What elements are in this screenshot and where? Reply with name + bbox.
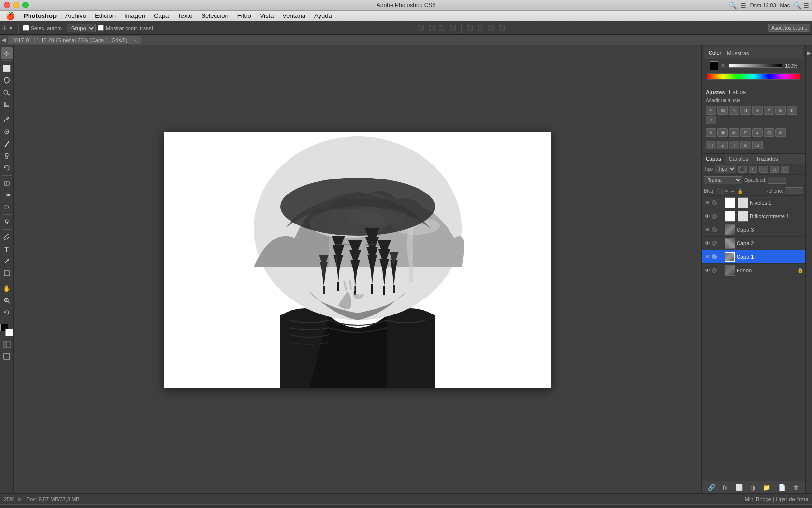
lock-all[interactable]: 🔒 xyxy=(737,188,743,194)
lasso-tool[interactable] xyxy=(1,75,13,86)
adj-colorbalance[interactable]: ⊞ xyxy=(775,106,786,115)
adj-vibrance[interactable]: ◈ xyxy=(752,106,763,115)
link-layers-btn[interactable]: 🔗 xyxy=(706,483,717,492)
spotlight-icon[interactable]: 🔍 xyxy=(729,2,737,9)
layer-fondo[interactable]: 👁 Fondo 🔒 xyxy=(702,264,805,277)
tab-back[interactable]: ◀ xyxy=(2,37,6,43)
layer-capa3[interactable]: 👁 Capa 3 xyxy=(702,223,805,237)
lock-position[interactable]: ✏ xyxy=(725,188,728,194)
history-brush-tool[interactable] xyxy=(1,162,13,174)
close-button[interactable] xyxy=(4,2,10,8)
gradient-tool[interactable] xyxy=(1,189,13,201)
distrib-btn-1[interactable]: ⬛ xyxy=(466,25,473,31)
spot-heal-tool[interactable] xyxy=(1,126,13,137)
minimize-button[interactable] xyxy=(13,2,19,8)
zoom-tool[interactable] xyxy=(1,295,13,306)
document-tab[interactable]: 2017-01-11 15.28.06.nef al 25% (Capa 1, … xyxy=(8,36,141,44)
text-tool[interactable]: T xyxy=(1,243,13,255)
canvas-frame[interactable] xyxy=(164,132,551,388)
adj-photofilter[interactable]: ⊙ xyxy=(706,116,716,124)
adj-posterize[interactable]: ⊟ xyxy=(740,128,751,137)
opacity-input[interactable]: 100% xyxy=(768,177,786,184)
layer-link-0[interactable] xyxy=(712,200,717,205)
zoom-expand[interactable]: ▶ xyxy=(18,496,22,502)
distrib-btn-2[interactable]: ⬛ xyxy=(477,25,484,31)
blur-tool[interactable] xyxy=(1,201,13,213)
eyedropper-tool[interactable] xyxy=(1,114,13,125)
adj-colorlookup[interactable]: ▣ xyxy=(717,128,728,137)
screen-mode-btn[interactable] xyxy=(1,351,13,362)
blend-mode-select[interactable]: Trama Normal Multiplicar Pantalla xyxy=(704,176,742,184)
new-group-btn[interactable]: 📁 xyxy=(761,483,772,492)
layer-link-1[interactable] xyxy=(712,214,717,219)
layer-vis-2[interactable]: 👁 xyxy=(704,226,710,233)
align-btn-3[interactable]: ⬛ xyxy=(439,25,446,31)
adj-bw[interactable]: ◧ xyxy=(787,106,798,115)
shape-tool[interactable] xyxy=(1,268,13,279)
color-swatch[interactable] xyxy=(710,61,718,70)
color-swatches[interactable] xyxy=(0,324,13,336)
adj-exposure[interactable]: ◑ xyxy=(740,106,751,115)
marquee-tool[interactable]: ⬜ xyxy=(1,62,13,74)
tipo-select[interactable]: Tipo xyxy=(715,165,736,173)
align-btn-4[interactable]: ⬛ xyxy=(450,25,456,31)
eraser-tool[interactable] xyxy=(1,177,13,189)
estilos-label[interactable]: Estilos xyxy=(729,89,746,96)
layer-vis-0[interactable]: 👁 xyxy=(704,199,710,206)
k-slider[interactable] xyxy=(729,64,782,68)
menu-ayuda[interactable]: Ayuda xyxy=(310,11,336,20)
add-mask-btn[interactable]: ⬜ xyxy=(733,483,745,492)
adj-extra5[interactable]: ⊡ xyxy=(752,141,763,149)
crop-tool[interactable] xyxy=(1,99,13,110)
menu-imagen[interactable]: Imagen xyxy=(120,11,149,20)
menu-capa[interactable]: Capa xyxy=(150,11,173,20)
hand-tool[interactable]: ✋ xyxy=(1,283,13,294)
move-tool[interactable]: ⊹ xyxy=(1,47,13,59)
adj-channelmixer[interactable]: ⊛ xyxy=(706,128,716,137)
filter-smart[interactable]: ⊞ xyxy=(781,166,789,173)
add-style-btn[interactable]: fx xyxy=(721,483,729,492)
menu-edicion[interactable]: Edición xyxy=(91,11,119,20)
filter-pixel[interactable]: ⬛ xyxy=(738,166,747,173)
layer-link-5[interactable] xyxy=(712,268,717,273)
adj-extra2[interactable]: ◭ xyxy=(717,141,728,149)
layer-vis-4[interactable]: 👁 xyxy=(704,254,710,260)
adj-invert[interactable]: ◐ xyxy=(729,128,740,137)
adj-gradientmap[interactable]: ▨ xyxy=(764,128,774,137)
layer-capa2[interactable]: 👁 Capa 2 xyxy=(702,237,805,250)
maximize-button[interactable] xyxy=(22,2,29,8)
menu-photoshop[interactable]: Photoshop xyxy=(20,11,60,20)
mostrar-checkbox[interactable] xyxy=(98,25,104,31)
lock-move[interactable]: ↔ xyxy=(730,188,735,194)
rotate-view-tool[interactable] xyxy=(1,307,13,318)
new-adjustment-btn[interactable]: ◑ xyxy=(748,483,757,492)
menu-seleccion[interactable]: Selección xyxy=(197,11,232,20)
layer-brillo[interactable]: 👁 Brillo/contraste 1 xyxy=(702,209,805,223)
adj-hsl[interactable]: ≡ xyxy=(764,106,774,115)
menu-filtro[interactable]: Filtro xyxy=(233,11,255,20)
filter-shape[interactable]: ◻ xyxy=(770,166,779,173)
pen-tool[interactable] xyxy=(1,231,13,243)
apple-menu[interactable]: 🍎 xyxy=(2,12,19,20)
menu-ventana[interactable]: Ventana xyxy=(278,11,309,20)
path-select-tool[interactable] xyxy=(1,255,13,267)
muestras-tab[interactable]: Muestras xyxy=(724,49,752,57)
adj-selectivecolor[interactable]: ⊕ xyxy=(775,128,786,137)
grupo-select[interactable]: Grupo Capa xyxy=(67,24,96,32)
capas-tab[interactable]: Capas xyxy=(702,154,725,164)
aspectos-btn[interactable]: Aspectos esen... xyxy=(768,24,810,32)
layer-capa1[interactable]: 👁 Capa 1 xyxy=(702,250,805,264)
panel-toggle[interactable]: ▶ xyxy=(805,45,812,493)
quick-mask-btn[interactable] xyxy=(1,339,13,350)
distrib-btn-4[interactable]: ⬛ xyxy=(498,25,505,31)
lock-pixels[interactable]: ⬛ xyxy=(717,188,723,194)
adj-levels[interactable]: ▦ xyxy=(717,106,728,115)
layer-vis-3[interactable]: 👁 xyxy=(704,240,710,247)
menu-vista[interactable]: Vista xyxy=(256,11,278,20)
layer-vis-5[interactable]: 👁 xyxy=(704,267,710,274)
auto-select-checkbox[interactable] xyxy=(23,25,29,31)
tab-close-btn[interactable]: × xyxy=(134,38,137,43)
adj-threshold[interactable]: ▲ xyxy=(752,128,763,137)
list-icon[interactable]: ☰ xyxy=(740,2,746,9)
quick-select-tool[interactable] xyxy=(1,87,13,98)
